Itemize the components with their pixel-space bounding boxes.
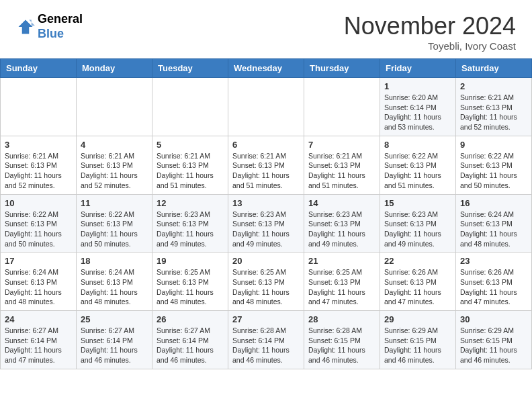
calendar-cell: 17Sunrise: 6:24 AM Sunset: 6:13 PM Dayli… [1, 253, 77, 311]
day-number: 1 [384, 81, 451, 91]
day-number: 15 [384, 198, 451, 208]
calendar-cell [1, 78, 77, 136]
calendar-cell [228, 78, 304, 136]
logo-general: General [38, 12, 83, 27]
month-title: November 2024 [344, 12, 516, 40]
calendar-week-3: 10Sunrise: 6:22 AM Sunset: 6:13 PM Dayli… [1, 194, 532, 253]
day-number: 4 [81, 140, 148, 150]
calendar-cell: 8Sunrise: 6:22 AM Sunset: 6:13 PM Daylig… [380, 136, 456, 194]
day-detail: Sunrise: 6:27 AM Sunset: 6:14 PM Dayligh… [81, 326, 148, 365]
day-detail: Sunrise: 6:24 AM Sunset: 6:13 PM Dayligh… [81, 267, 148, 307]
weekday-header-monday: Monday [77, 59, 152, 78]
day-number: 3 [5, 140, 72, 150]
day-number: 23 [460, 256, 527, 266]
weekday-header-thursday: Thursday [304, 59, 380, 78]
calendar-week-5: 24Sunrise: 6:27 AM Sunset: 6:14 PM Dayli… [1, 311, 532, 369]
day-detail: Sunrise: 6:27 AM Sunset: 6:14 PM Dayligh… [157, 326, 224, 365]
day-detail: Sunrise: 6:21 AM Sunset: 6:13 PM Dayligh… [5, 151, 72, 191]
day-number: 6 [232, 140, 300, 150]
calendar-week-1: 1Sunrise: 6:20 AM Sunset: 6:14 PM Daylig… [1, 78, 532, 136]
svg-marker-0 [19, 19, 33, 34]
calendar-week-4: 17Sunrise: 6:24 AM Sunset: 6:13 PM Dayli… [1, 253, 532, 311]
day-detail: Sunrise: 6:25 AM Sunset: 6:13 PM Dayligh… [157, 267, 224, 307]
calendar-cell: 10Sunrise: 6:22 AM Sunset: 6:13 PM Dayli… [1, 194, 77, 253]
day-detail: Sunrise: 6:21 AM Sunset: 6:13 PM Dayligh… [157, 151, 224, 191]
title-block: November 2024 Toyebli, Ivory Coast [344, 12, 516, 52]
day-number: 14 [308, 198, 375, 208]
page-header: General Blue November 2024 Toyebli, Ivor… [0, 0, 532, 58]
day-detail: Sunrise: 6:23 AM Sunset: 6:13 PM Dayligh… [384, 210, 451, 249]
calendar-cell [77, 78, 152, 136]
day-number: 17 [5, 256, 72, 266]
day-detail: Sunrise: 6:21 AM Sunset: 6:13 PM Dayligh… [308, 151, 375, 191]
day-detail: Sunrise: 6:21 AM Sunset: 6:13 PM Dayligh… [460, 93, 527, 132]
day-number: 18 [81, 256, 148, 266]
calendar-cell: 22Sunrise: 6:26 AM Sunset: 6:13 PM Dayli… [380, 253, 456, 311]
weekday-header-sunday: Sunday [1, 59, 77, 78]
weekday-row: SundayMondayTuesdayWednesdayThursdayFrid… [1, 59, 532, 78]
day-detail: Sunrise: 6:23 AM Sunset: 6:13 PM Dayligh… [308, 210, 375, 249]
day-detail: Sunrise: 6:24 AM Sunset: 6:13 PM Dayligh… [5, 267, 72, 307]
calendar-cell: 15Sunrise: 6:23 AM Sunset: 6:13 PM Dayli… [380, 194, 456, 253]
calendar-cell: 20Sunrise: 6:25 AM Sunset: 6:13 PM Dayli… [228, 253, 304, 311]
weekday-header-tuesday: Tuesday [152, 59, 228, 78]
day-number: 25 [81, 314, 148, 324]
day-number: 5 [157, 140, 224, 150]
day-number: 2 [460, 81, 527, 91]
day-detail: Sunrise: 6:26 AM Sunset: 6:13 PM Dayligh… [384, 267, 451, 307]
day-number: 30 [460, 314, 527, 324]
calendar-header: SundayMondayTuesdayWednesdayThursdayFrid… [1, 59, 532, 78]
calendar-cell: 30Sunrise: 6:29 AM Sunset: 6:15 PM Dayli… [456, 311, 532, 369]
day-detail: Sunrise: 6:25 AM Sunset: 6:13 PM Dayligh… [308, 267, 375, 307]
calendar-cell: 4Sunrise: 6:21 AM Sunset: 6:13 PM Daylig… [77, 136, 152, 194]
day-detail: Sunrise: 6:23 AM Sunset: 6:13 PM Dayligh… [157, 210, 224, 249]
calendar-table: SundayMondayTuesdayWednesdayThursdayFrid… [0, 58, 532, 369]
weekday-header-wednesday: Wednesday [228, 59, 304, 78]
day-number: 16 [460, 198, 527, 208]
day-detail: Sunrise: 6:20 AM Sunset: 6:14 PM Dayligh… [384, 93, 451, 132]
day-detail: Sunrise: 6:21 AM Sunset: 6:13 PM Dayligh… [81, 151, 148, 191]
day-number: 7 [308, 140, 375, 150]
logo-icon [16, 17, 35, 36]
day-detail: Sunrise: 6:29 AM Sunset: 6:15 PM Dayligh… [384, 326, 451, 365]
day-detail: Sunrise: 6:23 AM Sunset: 6:13 PM Dayligh… [232, 210, 300, 249]
calendar-cell: 2Sunrise: 6:21 AM Sunset: 6:13 PM Daylig… [456, 78, 532, 136]
day-number: 21 [308, 256, 375, 266]
logo: General Blue [16, 12, 83, 41]
day-number: 22 [384, 256, 451, 266]
calendar-cell: 19Sunrise: 6:25 AM Sunset: 6:13 PM Dayli… [152, 253, 228, 311]
day-detail: Sunrise: 6:21 AM Sunset: 6:13 PM Dayligh… [232, 151, 300, 191]
calendar-cell: 18Sunrise: 6:24 AM Sunset: 6:13 PM Dayli… [77, 253, 152, 311]
day-number: 8 [384, 140, 451, 150]
day-detail: Sunrise: 6:28 AM Sunset: 6:14 PM Dayligh… [232, 326, 300, 365]
calendar-cell: 6Sunrise: 6:21 AM Sunset: 6:13 PM Daylig… [228, 136, 304, 194]
day-number: 11 [81, 198, 148, 208]
calendar-body: 1Sunrise: 6:20 AM Sunset: 6:14 PM Daylig… [1, 78, 532, 369]
day-number: 26 [157, 314, 224, 324]
logo-text: General Blue [38, 12, 83, 41]
day-number: 20 [232, 256, 300, 266]
weekday-header-saturday: Saturday [456, 59, 532, 78]
calendar-cell: 26Sunrise: 6:27 AM Sunset: 6:14 PM Dayli… [152, 311, 228, 369]
calendar-cell: 13Sunrise: 6:23 AM Sunset: 6:13 PM Dayli… [228, 194, 304, 253]
calendar-cell: 16Sunrise: 6:24 AM Sunset: 6:13 PM Dayli… [456, 194, 532, 253]
day-detail: Sunrise: 6:28 AM Sunset: 6:15 PM Dayligh… [308, 326, 375, 365]
day-number: 13 [232, 198, 300, 208]
calendar-cell: 24Sunrise: 6:27 AM Sunset: 6:14 PM Dayli… [1, 311, 77, 369]
day-detail: Sunrise: 6:22 AM Sunset: 6:13 PM Dayligh… [460, 151, 527, 191]
calendar-cell: 5Sunrise: 6:21 AM Sunset: 6:13 PM Daylig… [152, 136, 228, 194]
day-detail: Sunrise: 6:27 AM Sunset: 6:14 PM Dayligh… [5, 326, 72, 365]
day-detail: Sunrise: 6:24 AM Sunset: 6:13 PM Dayligh… [460, 210, 527, 249]
day-number: 27 [232, 314, 300, 324]
calendar-cell: 21Sunrise: 6:25 AM Sunset: 6:13 PM Dayli… [304, 253, 380, 311]
weekday-header-friday: Friday [380, 59, 456, 78]
calendar-week-2: 3Sunrise: 6:21 AM Sunset: 6:13 PM Daylig… [1, 136, 532, 194]
calendar-cell: 28Sunrise: 6:28 AM Sunset: 6:15 PM Dayli… [304, 311, 380, 369]
day-detail: Sunrise: 6:25 AM Sunset: 6:13 PM Dayligh… [232, 267, 300, 307]
day-number: 12 [157, 198, 224, 208]
location: Toyebli, Ivory Coast [344, 40, 516, 52]
day-detail: Sunrise: 6:26 AM Sunset: 6:13 PM Dayligh… [460, 267, 527, 307]
day-number: 10 [5, 198, 72, 208]
calendar-cell: 1Sunrise: 6:20 AM Sunset: 6:14 PM Daylig… [380, 78, 456, 136]
logo-blue: Blue [38, 27, 83, 42]
